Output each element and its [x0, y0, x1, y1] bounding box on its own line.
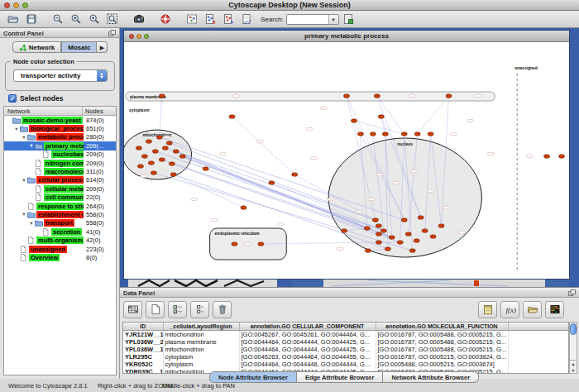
graph-node[interactable]: [378, 115, 384, 119]
attribute-grid-icon[interactable]: [123, 301, 142, 318]
float-panel-icon[interactable]: [568, 289, 576, 298]
graph-node[interactable]: [159, 94, 165, 98]
graph-node[interactable]: [428, 132, 433, 136]
graph-node[interactable]: [152, 150, 158, 154]
column-header[interactable]: annotation.GO CELLULAR_COMPONENT: [239, 323, 376, 330]
graph-node[interactable]: [385, 247, 390, 251]
tree-expand-caret-icon[interactable]: ▾: [21, 134, 27, 141]
zoom-button[interactable]: [22, 2, 28, 8]
graph-node[interactable]: [401, 218, 407, 222]
graph-node[interactable]: [397, 241, 403, 245]
tree-row[interactable]: cell communicat22(0): [4, 194, 116, 202]
tree-row[interactable]: ▾primary metabo209(...: [4, 141, 116, 150]
table-row[interactable]: YKR052Ccytoplasm[GO:0044464, GO:0044446,…: [123, 361, 568, 368]
graph-edge[interactable]: [418, 96, 449, 134]
tree-row[interactable]: cellular metabo209(0): [4, 184, 116, 193]
graph-node[interactable]: [162, 146, 168, 151]
tab-edge-attribute-browser[interactable]: Edge Attribute Browser: [297, 371, 383, 383]
minimize-button[interactable]: [13, 2, 19, 8]
table-row[interactable]: YPL036W__2plasma membrane[GO:0044464, GO…: [123, 338, 568, 346]
graph-node[interactable]: [374, 94, 380, 98]
float-panel-icon[interactable]: [108, 30, 116, 38]
graph-node[interactable]: [414, 132, 420, 136]
window-titlebar[interactable]: Cytoscape Desktop (New Session): [0, 0, 579, 11]
graph-node[interactable]: [136, 146, 141, 151]
graph-node[interactable]: [170, 173, 176, 177]
network-doc-red-icon[interactable]: [220, 12, 237, 26]
tree-row[interactable]: ▾biological_process651(0): [4, 124, 116, 132]
notepad-icon[interactable]: [478, 301, 497, 318]
tree-row[interactable]: nitrogen compo209(0): [4, 159, 116, 167]
graph-node[interactable]: [357, 132, 363, 136]
tree-row[interactable]: secretion41(0): [4, 227, 116, 236]
tree-column-nodes[interactable]: Nodes: [83, 107, 116, 115]
zoom-in-icon[interactable]: [68, 12, 84, 26]
page-arrow-icon[interactable]: [238, 12, 255, 26]
graph-edge[interactable]: [174, 174, 244, 208]
search-dropdown-arrow-icon[interactable]: ▾: [328, 15, 338, 24]
column-header[interactable]: ID: [123, 323, 163, 330]
graph-node[interactable]: [179, 155, 185, 159]
scrollbar-arrows[interactable]: ▲▼: [570, 360, 577, 373]
graph-node[interactable]: [258, 242, 264, 246]
tree-row[interactable]: ▾cellular process614(0): [4, 176, 116, 184]
tab-mosaic[interactable]: Mosaic: [61, 41, 97, 53]
tree-row[interactable]: nucleobase-209(0): [4, 151, 116, 159]
delete-attribute-trash-icon[interactable]: [213, 301, 232, 318]
network-minimize-button[interactable]: [136, 34, 141, 39]
graph-node[interactable]: [169, 162, 175, 166]
table-row[interactable]: YPL036W__1mitochondrion[GO:0044464, GO:0…: [123, 346, 568, 353]
zoom-selected-icon[interactable]: [86, 12, 103, 26]
tree-row[interactable]: unassigned223(0): [4, 245, 116, 253]
graph-node[interactable]: [343, 94, 349, 98]
graph-node[interactable]: [232, 242, 237, 246]
column-header[interactable]: annotation.GO MOLECULAR_FUNCTION: [376, 323, 508, 330]
graph-node[interactable]: [418, 216, 423, 220]
tree-row[interactable]: response to stimulu264(0): [4, 202, 116, 210]
table-row[interactable]: YLR295Ccytoplasm[GO:0045263, GO:0044464,…: [123, 353, 568, 361]
graph-node[interactable]: [401, 132, 407, 136]
graph-node[interactable]: [269, 181, 275, 185]
graph-node[interactable]: [137, 165, 143, 169]
vizmapper-image-icon[interactable]: [184, 12, 200, 26]
search-input[interactable]: ▾: [286, 14, 339, 25]
graph-node[interactable]: [364, 227, 370, 231]
graph-edge[interactable]: [232, 117, 295, 174]
tree-expand-caret-icon[interactable]: ▾: [28, 220, 35, 227]
zoom-out-icon[interactable]: [50, 12, 66, 26]
save-session-icon[interactable]: [23, 12, 40, 26]
graph-node[interactable]: [146, 140, 151, 144]
tree-row[interactable]: ▾metabolic process280(0): [4, 133, 116, 141]
tree-row[interactable]: multi-organism pro42(0): [4, 236, 116, 244]
tree-column-network[interactable]: Network: [4, 107, 83, 115]
open-session-icon[interactable]: [5, 12, 22, 26]
graph-node[interactable]: [376, 224, 381, 228]
graph-node[interactable]: [148, 161, 154, 165]
graph-node[interactable]: [405, 232, 411, 237]
graph-node[interactable]: [203, 167, 208, 171]
tree-row[interactable]: macromolecule311(0): [4, 167, 116, 175]
network-window-titlebar[interactable]: primary metabolic process: [124, 31, 569, 42]
zoom-fit-icon[interactable]: [104, 12, 121, 26]
tree-expand-caret-icon[interactable]: ▾: [28, 142, 35, 149]
graph-node[interactable]: [430, 235, 436, 239]
graph-node[interactable]: [370, 132, 376, 136]
graph-node[interactable]: [414, 239, 419, 243]
network-zoom-button[interactable]: [144, 34, 149, 39]
tab-network-attribute-browser[interactable]: Network Attribute Browser: [383, 371, 479, 383]
graph-node[interactable]: [409, 249, 415, 253]
import-folder-icon[interactable]: [523, 301, 542, 318]
graph-node[interactable]: [166, 141, 172, 146]
tree-expand-caret-icon[interactable]: ▾: [21, 177, 27, 184]
graph-node[interactable]: [382, 132, 388, 136]
tree-row[interactable]: mosaic-demo-yeast874(0): [4, 116, 116, 124]
select-attributes-icon[interactable]: [168, 301, 187, 318]
node-color-dropdown[interactable]: transporter activity: [13, 69, 108, 82]
graph-node[interactable]: [438, 224, 444, 228]
graph-node[interactable]: [446, 94, 452, 98]
scrollbar-thumb[interactable]: [570, 323, 577, 335]
graph-node[interactable]: [292, 173, 298, 177]
graph-node[interactable]: [376, 232, 381, 237]
tree-expand-caret-icon[interactable]: ▾: [21, 211, 27, 218]
search-field[interactable]: [287, 15, 328, 24]
